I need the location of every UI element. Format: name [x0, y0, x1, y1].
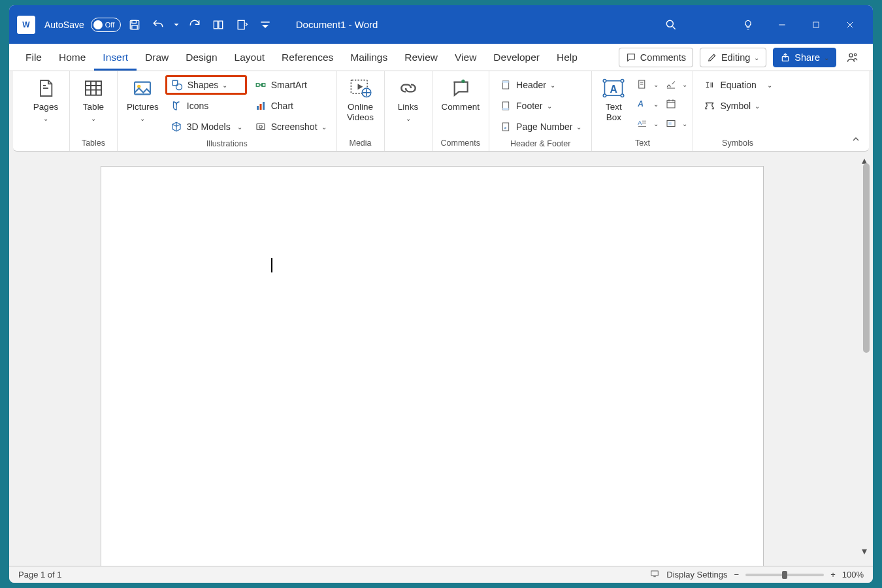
symbol-button[interactable]: Symbol⌄: [698, 96, 776, 116]
svg-rect-24: [256, 84, 259, 87]
svg-rect-2: [132, 25, 137, 29]
svg-point-14: [855, 54, 857, 56]
maximize-button[interactable]: [801, 12, 831, 38]
tab-file[interactable]: File: [17, 44, 50, 71]
vertical-scrollbar[interactable]: ▴ ▾: [861, 154, 872, 553]
svg-point-40: [604, 80, 607, 83]
tab-design[interactable]: Design: [177, 44, 225, 71]
svg-point-30: [259, 125, 262, 129]
group-label-tables: Tables: [75, 136, 112, 151]
header-button[interactable]: Header⌄: [495, 75, 586, 95]
svg-point-13: [849, 54, 853, 57]
tab-review[interactable]: Review: [396, 44, 446, 71]
zoom-slider[interactable]: [745, 574, 824, 576]
svg-rect-28: [263, 102, 265, 110]
group-label-media: Media: [342, 136, 379, 151]
shapes-button[interactable]: Shapes⌄: [165, 75, 247, 95]
svg-text:#: #: [504, 126, 506, 130]
icons-button[interactable]: Icons: [165, 96, 247, 116]
comment-button[interactable]: Comment: [438, 75, 484, 114]
svg-rect-59: [669, 122, 672, 125]
redo-button[interactable]: [185, 15, 204, 35]
group-label-text: Text: [597, 136, 687, 151]
help-lightbulb-icon[interactable]: [733, 12, 763, 38]
drop-cap-button[interactable]: A: [632, 114, 652, 133]
tab-help[interactable]: Help: [548, 44, 586, 71]
qat-item-1[interactable]: [208, 15, 228, 35]
tab-view[interactable]: View: [446, 44, 485, 71]
account-icon[interactable]: [843, 48, 862, 67]
svg-text:A: A: [638, 99, 644, 108]
tab-insert[interactable]: Insert: [94, 44, 137, 71]
zoom-in-button[interactable]: +: [830, 570, 836, 580]
display-settings[interactable]: Display Settings: [666, 570, 727, 580]
comments-button[interactable]: Comments: [619, 48, 693, 67]
svg-point-41: [621, 80, 625, 83]
svg-rect-5: [238, 20, 244, 29]
undo-button[interactable]: [148, 15, 168, 35]
footer-button[interactable]: Footer⌄: [495, 96, 586, 116]
group-label-comments: Comments: [438, 136, 484, 151]
table-button[interactable]: Table ⌄: [75, 75, 112, 123]
tab-draw[interactable]: Draw: [137, 44, 177, 71]
qat-item-2[interactable]: [232, 15, 252, 35]
word-app-icon: W: [17, 16, 35, 34]
svg-rect-27: [259, 104, 261, 110]
page-info[interactable]: Page 1 of 1: [18, 570, 62, 580]
online-videos-button[interactable]: Online Videos: [342, 75, 379, 123]
page-number-button[interactable]: #Page Number⌄: [495, 117, 586, 137]
svg-rect-34: [502, 81, 508, 83]
group-label-pages: [27, 136, 64, 151]
collapse-ribbon-button[interactable]: [851, 134, 861, 147]
svg-rect-4: [219, 21, 223, 29]
close-button[interactable]: [835, 12, 865, 38]
document-page[interactable]: [101, 166, 764, 566]
group-label-symbols: Symbols: [698, 136, 776, 151]
svg-rect-36: [502, 108, 508, 110]
quick-parts-button[interactable]: [632, 75, 652, 93]
zoom-out-button[interactable]: −: [734, 570, 740, 580]
group-label-links: [390, 136, 427, 151]
equation-button[interactable]: Equation⌄: [698, 75, 776, 95]
autosave-label: AutoSave: [44, 20, 84, 30]
scroll-up-icon[interactable]: ▴: [862, 154, 870, 162]
text-box-button[interactable]: A Text Box: [597, 75, 630, 123]
scroll-thumb[interactable]: [863, 163, 870, 353]
tab-mailings[interactable]: Mailings: [342, 44, 396, 71]
undo-dropdown[interactable]: [172, 15, 181, 35]
svg-point-43: [621, 94, 625, 97]
share-button[interactable]: Share⌄: [773, 48, 836, 67]
3d-models-button[interactable]: 3D Models⌄: [165, 117, 247, 137]
object-button[interactable]: [661, 114, 681, 133]
search-button[interactable]: [656, 12, 686, 38]
pictures-button[interactable]: Pictures ⌄: [123, 75, 163, 123]
svg-rect-6: [261, 22, 269, 23]
tab-home[interactable]: Home: [50, 44, 94, 71]
svg-rect-3: [214, 21, 218, 29]
display-settings-icon[interactable]: [649, 569, 660, 580]
tab-layout[interactable]: Layout: [226, 44, 274, 71]
wordart-button[interactable]: A: [632, 95, 652, 113]
svg-text:A: A: [610, 84, 617, 95]
tab-developer[interactable]: Developer: [485, 44, 548, 71]
group-label-headerfooter: Header & Footer: [495, 137, 586, 152]
customize-qat[interactable]: [255, 15, 275, 35]
smartart-button[interactable]: SmartArt: [250, 75, 331, 95]
group-label-illustrations: Illustrations: [123, 137, 331, 152]
document-title: Document1 - Word: [296, 19, 378, 30]
screenshot-button[interactable]: Screenshot⌄: [250, 117, 331, 137]
zoom-level[interactable]: 100%: [842, 570, 864, 580]
scroll-down-icon[interactable]: ▾: [862, 545, 870, 553]
chart-button[interactable]: Chart: [250, 96, 331, 116]
pages-button[interactable]: Pages ⌄: [27, 75, 64, 123]
editing-mode-button[interactable]: Editing⌄: [700, 48, 766, 67]
links-button[interactable]: Links ⌄: [390, 75, 427, 123]
tab-references[interactable]: References: [273, 44, 342, 71]
autosave-toggle[interactable]: Off: [91, 18, 121, 32]
svg-rect-26: [257, 106, 259, 110]
minimize-button[interactable]: [767, 12, 797, 38]
save-button[interactable]: [125, 15, 144, 35]
date-time-button[interactable]: [661, 95, 681, 113]
signature-line-button[interactable]: [661, 75, 681, 93]
svg-point-42: [604, 94, 607, 97]
